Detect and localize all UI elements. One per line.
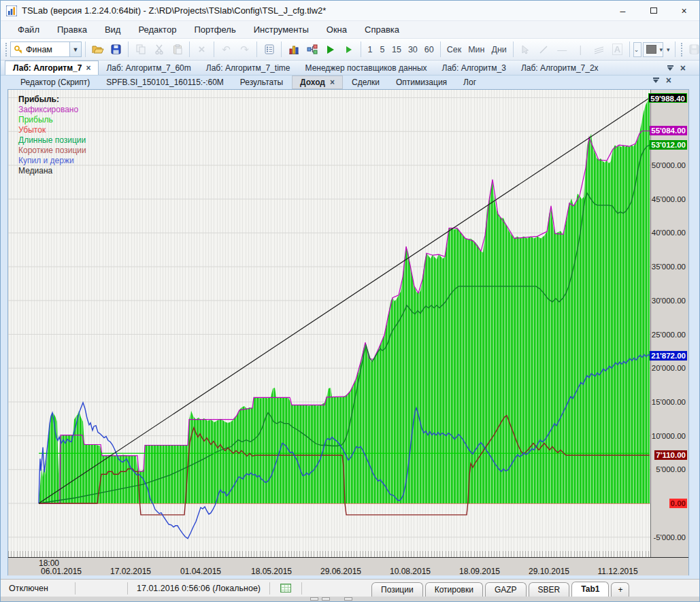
quotes-table-icon[interactable] — [280, 584, 291, 592]
close-tab-icon[interactable]: × — [86, 65, 90, 71]
minimize-button[interactable]: – — [607, 1, 638, 20]
background-window-icon — [322, 597, 330, 601]
workspace-tab-algoritm-7-60m[interactable]: Лаб: Алгоритм_7_60m — [99, 61, 198, 75]
maximize-icon — [650, 7, 657, 14]
time-axis[interactable]: 18:0006.01.201517.02.201501.04.201518.05… — [8, 557, 688, 575]
period-sec[interactable]: Сек — [444, 41, 464, 57]
period-days[interactable]: Дни — [488, 41, 509, 57]
close-panel-icon[interactable]: × — [666, 77, 671, 84]
axis-value-marker: 53'012.00 — [650, 140, 687, 150]
period-min[interactable]: Мин — [465, 41, 487, 57]
status-tab-positions[interactable]: Позиции — [371, 582, 423, 597]
style-combo[interactable]: ⌄ — [633, 42, 642, 57]
doc-tab-income[interactable]: Доход× — [292, 76, 343, 89]
axis-date-label: 18.05.2015 — [251, 567, 292, 576]
toolbar-overflow-icon[interactable]: ▾ — [667, 46, 670, 53]
delete-button[interactable]: × — [193, 41, 210, 58]
toolbar: Финам ▼ × ↶ ↷ 1 5 15 30 60 Сек Мин Дни — [1, 39, 699, 61]
chart-svg — [8, 90, 650, 557]
close-button[interactable]: × — [669, 1, 699, 20]
axis-value-marker: 59'988.40 — [648, 93, 687, 103]
menu-portfolio[interactable]: Портфель — [186, 22, 243, 37]
status-tab-tab1[interactable]: Tab1 — [571, 582, 609, 597]
timeframe-1[interactable]: 1 — [365, 41, 376, 57]
save-button[interactable] — [107, 41, 124, 58]
play-small-icon — [346, 46, 352, 53]
separator — [301, 582, 302, 595]
connection-status: Отключен — [9, 584, 69, 593]
provider-combo[interactable]: Финам ▼ — [10, 41, 82, 57]
doc-tab-optimization[interactable]: Оптимизация — [388, 76, 454, 88]
paste-button[interactable] — [169, 41, 186, 58]
menu-edit[interactable]: Правка — [50, 22, 95, 37]
workspace-tab-algoritm-3[interactable]: Лаб: Алгоритм_3 — [435, 61, 514, 75]
open-button[interactable] — [89, 41, 106, 58]
undo-button[interactable]: ↶ — [218, 41, 235, 58]
toolbar-grip[interactable] — [681, 43, 682, 56]
workspace-tab-algoritm-7-2x[interactable]: Лаб: Алгоритм_7_2x — [514, 61, 606, 75]
redo-button[interactable]: ↷ — [236, 41, 253, 58]
axis-tick-label: 30'000.00 — [650, 296, 687, 305]
status-clock: 17.01.2016 0:56:06 (Локальное) — [134, 584, 263, 593]
doc-tab-results[interactable]: Результаты — [233, 76, 290, 88]
separator — [189, 41, 190, 57]
timeframe-60[interactable]: 60 — [422, 41, 437, 57]
provider-dropdown-icon[interactable]: ▼ — [69, 42, 81, 56]
axis-tick-label: 5'000.00 — [654, 465, 687, 474]
maximize-button[interactable] — [638, 1, 669, 20]
menu-file[interactable]: Файл — [10, 22, 47, 37]
axis-date-label: 01.04.2015 — [180, 567, 221, 576]
pin-panel-icon[interactable] — [653, 78, 659, 83]
workspace-tab-data-provider-manager[interactable]: Менеджер поставщиков данных — [298, 61, 435, 75]
doc-tab-instrument[interactable]: SPFB.SI_150101_160115:-:60M — [99, 76, 231, 88]
doc-tab-log[interactable]: Лог — [456, 76, 484, 88]
axis-tick-label: -5'000.00 — [652, 533, 687, 542]
chart-plot[interactable]: Прибыль: ЗафиксированоПрибыльУбытокДлинн… — [8, 90, 650, 557]
axis-date-label: 06.01.2015 — [41, 567, 82, 576]
menu-tools[interactable]: Инструменты — [246, 22, 316, 37]
channel-tool-button[interactable] — [590, 41, 607, 58]
timeframe-15[interactable]: 15 — [389, 41, 404, 57]
doc-tab-trades[interactable]: Сделки — [344, 76, 387, 88]
value-axis[interactable]: 59'988.4055'084.0053'012.0050'000.0045'0… — [650, 90, 688, 557]
timeframe-30[interactable]: 30 — [405, 41, 420, 57]
income-chart-panel: Прибыль: ЗафиксированоПрибыльУбытокДлинн… — [7, 89, 689, 575]
status-tab-add[interactable]: + — [611, 582, 629, 597]
workspace-tab-algoritm-7-time[interactable]: Лаб: Алгоритм_7_time — [199, 61, 298, 75]
properties-button[interactable] — [261, 41, 278, 58]
toolbar-grip[interactable] — [5, 43, 7, 56]
text-label-tool-button[interactable]: A — [609, 41, 626, 58]
separator — [75, 582, 76, 595]
menu-help[interactable]: Справка — [357, 22, 407, 37]
menu-windows[interactable]: Окна — [319, 22, 354, 37]
axis-date-label: 29.10.2015 — [529, 567, 569, 576]
run-step-button[interactable] — [340, 41, 357, 58]
close-panel-icon[interactable]: × — [680, 65, 686, 71]
script-scheme-button[interactable] — [303, 41, 320, 58]
pin-panel-icon[interactable] — [667, 65, 673, 71]
x-axis-ticks — [8, 551, 650, 557]
status-tab-gazp[interactable]: GAZP — [485, 582, 527, 597]
status-tab-sber[interactable]: SBER — [529, 582, 570, 597]
cursor-tool-button[interactable] — [517, 41, 534, 58]
vline-tool-button[interactable]: | — [572, 41, 589, 58]
menu-view[interactable]: Вид — [97, 22, 129, 37]
chart-button[interactable] — [285, 41, 302, 58]
timeframe-5[interactable]: 5 — [377, 41, 388, 57]
status-tab-quotes[interactable]: Котировки — [425, 582, 483, 597]
app-icon — [6, 5, 17, 16]
trendline-tool-button[interactable] — [535, 41, 552, 58]
copy-button[interactable] — [132, 41, 149, 58]
close-tab-icon[interactable]: × — [330, 79, 335, 86]
hline-tool-button[interactable]: — — [554, 41, 571, 58]
save-all-button[interactable] — [686, 41, 700, 58]
legend-item: Зафиксировано — [18, 105, 86, 115]
background-window-edge — [1, 597, 699, 601]
run-button[interactable] — [322, 41, 339, 58]
status-tab-bar: Позиции Котировки GAZP SBER Tab1 + — [371, 582, 631, 597]
menu-editor[interactable]: Редактор — [131, 22, 184, 37]
workspace-tab-algoritm-7[interactable]: Лаб: Алгоритм_7× — [5, 61, 99, 75]
cut-button[interactable] — [150, 41, 167, 58]
color-combo[interactable]: ▾ — [643, 42, 663, 57]
doc-tab-editor-script[interactable]: Редактор (Скрипт) — [13, 76, 97, 88]
